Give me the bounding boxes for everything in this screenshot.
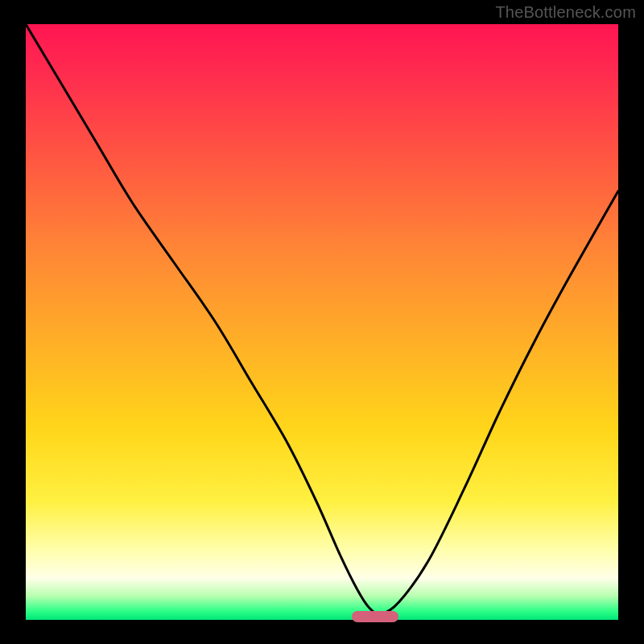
chart-frame: TheBottleneck.com [0, 0, 644, 644]
curve-path [26, 24, 618, 614]
bottleneck-curve [26, 24, 618, 620]
watermark-text: TheBottleneck.com [495, 3, 636, 22]
plot-area [26, 24, 618, 620]
optimal-range-marker [352, 611, 398, 622]
